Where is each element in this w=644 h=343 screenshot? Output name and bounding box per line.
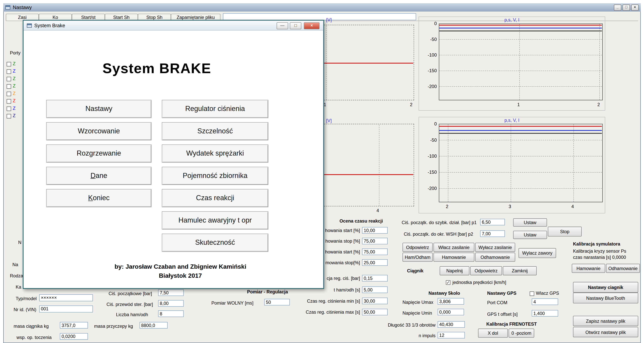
hamowanie-button[interactable]: Hamowanie <box>434 253 474 262</box>
ustaw-p1-button[interactable]: Ustaw <box>513 218 547 226</box>
close-button[interactable]: × <box>631 4 638 10</box>
zapisz-nastawy-button[interactable]: Zapisz nastawy plik <box>573 316 638 326</box>
port-checkbox-2[interactable] <box>6 69 11 74</box>
wlacz-gps-checkbox[interactable] <box>530 292 534 296</box>
x-dol-button[interactable]: X dol <box>478 328 508 338</box>
wzorcowanie-button[interactable]: Wzorcowanie <box>46 122 152 140</box>
chart-bottomright-red-line <box>439 126 602 126</box>
n-impuls-label: n impuls <box>353 333 436 338</box>
czas-reakcji-button[interactable]: Czas reakcji <box>162 189 268 207</box>
port-checkbox-5[interactable] <box>6 92 11 96</box>
port-checkbox-8[interactable] <box>6 114 11 118</box>
cis-poczatkowe-input[interactable]: 7,50 <box>158 289 184 296</box>
tab-2[interactable]: Ko <box>39 14 72 21</box>
koniec-button[interactable]: Koniec <box>46 189 152 207</box>
ocena-row-input[interactable]: 25,00 <box>362 259 388 266</box>
ocena-row-label: Czas reg. ciśnienia max [s] <box>278 310 360 315</box>
vin-label: Nr id. (VIN) <box>14 307 36 312</box>
ocena-row-input[interactable]: 30,00 <box>362 298 388 304</box>
nastawy-button[interactable]: Nastawy <box>46 100 152 118</box>
top-blank-field[interactable] <box>223 13 416 20</box>
port-label-5: Z <box>13 91 16 96</box>
odhamowanie-button[interactable]: Odhamowanie <box>475 253 515 262</box>
tab-zapamietanie[interactable]: Zapamiętanie pliku <box>171 14 220 21</box>
dlugosc-input[interactable]: 40,430 <box>438 321 465 328</box>
otworz-nastawy-button[interactable]: Otwórz nastawy plik <box>573 327 638 337</box>
port-com-input[interactable]: 4 <box>532 298 558 305</box>
liczba-ham-input[interactable]: 8 <box>158 310 184 317</box>
dane-button[interactable]: Dane <box>46 167 152 185</box>
dialog-close-button[interactable]: × <box>304 22 320 29</box>
tab-zasilanie[interactable]: Zasi <box>6 14 39 21</box>
pojemnosc-zbiornika-button[interactable]: Pojemność zbiornika <box>162 167 268 185</box>
umax-input[interactable]: 3,806 <box>438 298 464 304</box>
gridline <box>439 156 602 156</box>
symulator-hamowanie-button[interactable]: Hamowanie <box>572 264 605 273</box>
dialog-credits: by: Jarosław Czaban and Zbigniew Kamińsk… <box>86 264 276 269</box>
nastawy-ciagnik-button[interactable]: Nastawy ciagnik <box>573 282 638 293</box>
wsp-toczenia-input[interactable]: 0,0200 <box>60 333 88 340</box>
tab-start-sh[interactable]: Start Sh <box>105 14 138 21</box>
regulator-cisnienia-button[interactable]: Regulator ciśnienia <box>162 100 268 118</box>
napelnij-button[interactable]: Napelnij <box>440 266 470 275</box>
port-checkbox-1[interactable] <box>6 62 11 66</box>
wydatek-sprezarki-button[interactable]: Wydatek sprężarki <box>162 144 268 162</box>
p2-input[interactable]: 7,00 <box>480 230 505 237</box>
szczelnosc-button[interactable]: Szczelność <box>162 122 268 140</box>
dialog-maximize-button[interactable]: □ <box>290 22 301 29</box>
typ-model-input[interactable]: ×××××× <box>39 294 93 301</box>
port-checkbox-4[interactable] <box>6 84 11 89</box>
gps-offset-input[interactable]: 1,400 <box>532 310 558 316</box>
ocena-title: Ocena czasu reakcji <box>328 218 394 224</box>
xtick: 1 <box>517 102 520 107</box>
cis-przewod-input[interactable]: 8,00 <box>158 300 184 307</box>
ocena-row-input[interactable]: 0,15 <box>362 275 388 282</box>
minimize-button[interactable]: _ <box>614 4 621 10</box>
pomiar-wolny-input[interactable]: 50 <box>264 299 290 305</box>
umin-label: Napięcie Umin <box>402 310 432 316</box>
symulator-odhamowanie-button[interactable]: Odhamowanie <box>606 264 640 273</box>
skutecznosc-button[interactable]: Skuteczność <box>162 234 268 252</box>
chart-bottomleft-axis-label: [V] <box>326 118 332 124</box>
ocena-row-input[interactable]: 75,00 <box>362 248 388 255</box>
chart-topleft-xtick-2: 2 <box>410 102 412 107</box>
dialog-minimize-button[interactable]: — <box>277 22 288 29</box>
port-label-3: Z <box>13 76 16 81</box>
masa-przyczepy-input[interactable]: 8800,0 <box>140 322 168 328</box>
ciagnik-odpowietrz-button[interactable]: Odpowietrz <box>470 266 502 275</box>
umin-input[interactable]: 0,000 <box>438 309 464 316</box>
stop-button[interactable]: Stop <box>548 226 582 236</box>
ustaw-p2-button[interactable]: Ustaw <box>513 231 547 239</box>
vin-input[interactable]: 001 <box>39 305 93 312</box>
speed-unit-checkbox[interactable]: ✓ <box>446 280 450 285</box>
ytick: -50 <box>421 37 437 42</box>
n-impuls-input[interactable]: 12 <box>438 332 465 338</box>
nastawy-bluetooth-button[interactable]: Nastawy BlueTooth <box>573 292 638 304</box>
wlacz-gps-label: Wlacz GPS <box>536 291 559 296</box>
button-label: ane <box>96 172 107 180</box>
poziom-button[interactable]: 0 -poziom <box>509 328 534 338</box>
odpowietrz-button[interactable]: Odpowietrz <box>402 243 432 252</box>
port-label-4: Z <box>13 84 16 89</box>
masa-ciagnika-input[interactable]: 3757,0 <box>60 322 88 328</box>
ocena-row-input[interactable]: 10,00 <box>362 227 388 234</box>
p1-input[interactable]: 6,50 <box>480 219 505 225</box>
port-checkbox-3[interactable] <box>6 77 11 82</box>
ocena-row-input[interactable]: 50,00 <box>362 309 388 316</box>
zamknij-button[interactable]: Zamknij <box>503 266 537 275</box>
tab-start-st[interactable]: Start/st <box>72 14 105 21</box>
wlacz-zasilanie-button[interactable]: Włacz zasilanie <box>434 243 474 252</box>
rozgrzewanie-button[interactable]: Rozgrzewanie <box>46 144 152 162</box>
tab-stop-sh[interactable]: Stop Sh <box>138 14 171 21</box>
hamulec-awaryjny-button[interactable]: Hamulec awaryjny t opr <box>162 211 268 230</box>
dlugosc-label: Długość 33 1/3 obrotów <box>353 322 436 328</box>
wylacz-zawory-button[interactable]: Wylacz zawory <box>518 248 556 258</box>
restore-button[interactable]: □ <box>622 4 630 10</box>
port-checkbox-6[interactable] <box>6 99 11 104</box>
port-checkbox-7[interactable] <box>6 106 11 111</box>
main-titlebar[interactable]: Nastawy _ □ × <box>3 3 641 12</box>
ocena-row-input[interactable]: 75,00 <box>362 238 388 244</box>
ham-odham-button[interactable]: Ham/Odham <box>402 253 432 262</box>
wylacz-zasilanie-button[interactable]: Wyłacz zasilanie <box>475 243 515 252</box>
ocena-row-input[interactable]: 5,00 <box>362 286 388 293</box>
